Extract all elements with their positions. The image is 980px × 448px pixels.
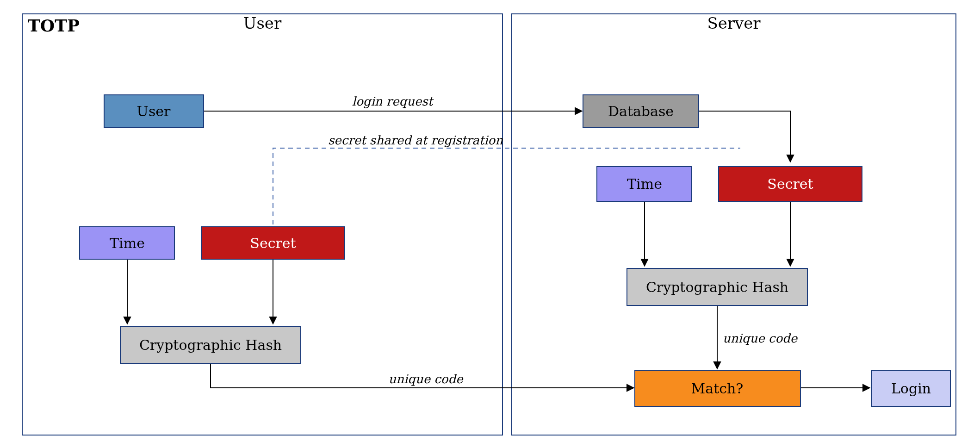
node-database-label: Database: [608, 103, 674, 119]
node-hash-server-label: Cryptographic Hash: [646, 279, 788, 295]
node-match-label: Match?: [691, 380, 744, 397]
edge-secret-shared-label: secret shared at registration: [328, 133, 503, 147]
node-login-label: Login: [891, 380, 931, 397]
node-secret-server-label: Secret: [767, 176, 813, 192]
node-hash-user-label: Cryptographic Hash: [139, 337, 282, 353]
node-user-label: User: [137, 103, 171, 119]
panel-server-title: Server: [707, 14, 761, 32]
node-secret-user-label: Secret: [250, 235, 296, 251]
diagram-title: TOTP: [28, 16, 80, 35]
edge-login-request-label: login request: [352, 94, 434, 108]
panel-user-title: User: [243, 14, 282, 32]
edge-unique-code-u-label: unique code: [388, 372, 464, 386]
edge-unique-code-s-label: unique code: [723, 331, 798, 345]
node-time-user-label: Time: [110, 235, 145, 251]
node-time-server-label: Time: [627, 176, 662, 192]
